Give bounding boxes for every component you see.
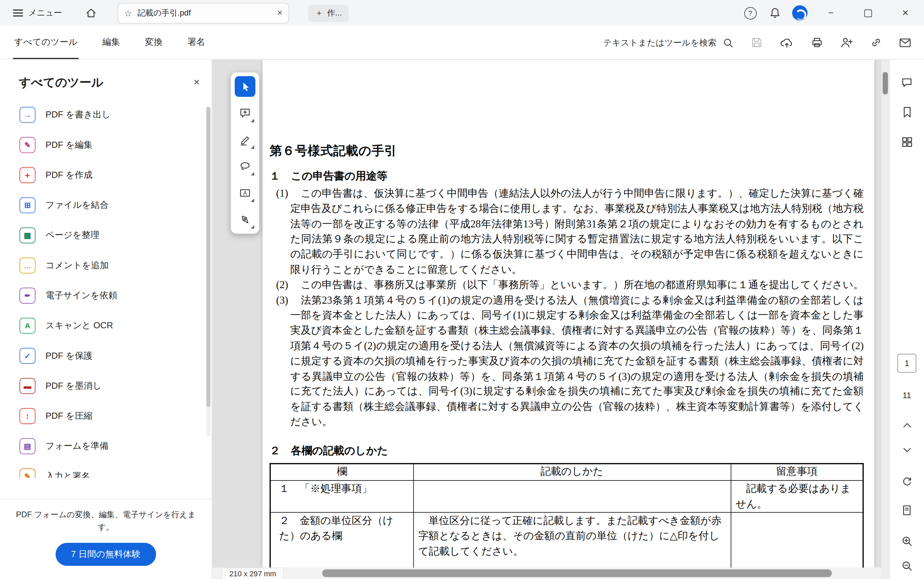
document-tab[interactable]: ☆ 記載の手引.pdf × (118, 3, 289, 23)
account-avatar-button[interactable] (788, 0, 812, 26)
tab-all-tools[interactable]: すべてのツール (13, 26, 79, 59)
add-comment-tool-button[interactable] (235, 103, 255, 123)
new-tab-button[interactable]: ＋ 作... (308, 4, 349, 21)
prepare-form-icon: ▤ (20, 438, 36, 454)
lasso-tool-button[interactable] (235, 156, 255, 177)
dropdown-caret-icon (251, 119, 254, 123)
horizontal-scrollbar-thumb[interactable] (322, 569, 832, 577)
tool-label: 電子サインを依頼 (46, 290, 118, 301)
panel-title: すべてのツール (19, 75, 103, 90)
svg-text:A: A (243, 190, 247, 196)
tool-item-organize-pages[interactable]: ▦ ページを整理 (0, 220, 212, 250)
tool-item-export-pdf[interactable]: → PDF を書き出し (0, 100, 212, 130)
titlebar: メニュー ☆ 記載の手引.pdf × ＋ 作... ? (0, 0, 924, 26)
paragraph-number: (3) (269, 293, 290, 430)
tab-edit[interactable]: 編集 (101, 26, 121, 59)
new-tab-label: 作... (327, 8, 342, 18)
help-button[interactable]: ? (738, 0, 763, 26)
print-button[interactable] (811, 37, 823, 49)
previous-page-button[interactable] (896, 415, 918, 436)
section2-heading: ２ 各欄の記載のしかた (269, 443, 863, 458)
tool-item-scan-ocr[interactable]: A スキャンと OCR (0, 311, 212, 341)
hamburger-icon (13, 10, 23, 17)
dropdown-caret-icon (251, 146, 254, 149)
tool-item-add-comment[interactable]: … コメントを追加 (0, 250, 212, 280)
favorite-star-icon[interactable]: ☆ (124, 8, 132, 17)
thumbnails-grid-icon (901, 136, 913, 147)
comments-panel-button[interactable] (896, 72, 918, 93)
add-text-tool-button[interactable]: A (235, 183, 255, 203)
tool-item-combine-files[interactable]: ⊞ ファイルを結合 (0, 190, 212, 220)
search-button[interactable]: テキストまたはツールを検索 (603, 37, 734, 48)
tool-label: PDF を墨消し (46, 380, 102, 391)
add-user-button[interactable] (840, 37, 853, 49)
tool-item-edit-pdf[interactable]: ✎ PDF を編集 (0, 130, 212, 160)
refresh-view-button[interactable] (896, 472, 918, 492)
table-header-how-to: 記載のしかた (414, 464, 731, 481)
paragraph-text: この申告書は、仮決算に基づく中間申告（連結法人以外の法人が行う中間申告に限ります… (290, 186, 863, 277)
tool-item-protect-pdf[interactable]: ✓ PDF を保護 (0, 341, 212, 371)
table-cell: ２ 金額の単位区分（けた）のある欄 (270, 512, 414, 571)
close-button[interactable]: × (887, 0, 924, 26)
bookmarks-panel-button[interactable] (896, 102, 918, 123)
tool-item-create-pdf[interactable]: ＋ PDF を作成 (0, 160, 212, 190)
titlebar-left: メニュー ☆ 記載の手引.pdf × ＋ 作... (0, 3, 349, 23)
scan-ocr-icon: A (20, 318, 36, 334)
speech-bubble-icon (901, 77, 913, 89)
tab-sign[interactable]: 署名 (186, 26, 207, 59)
horizontal-scrollbar-track[interactable] (320, 569, 880, 577)
maximize-button[interactable] (849, 0, 886, 26)
zoom-in-icon (901, 535, 913, 547)
home-button[interactable] (82, 4, 100, 22)
tool-item-prepare-form[interactable]: ▤ フォームを準備 (0, 431, 212, 461)
main-toolbar: すべてのツール 編集 変換 署名 テキストまたはツールを検索 (0, 26, 924, 60)
highlight-tool-button[interactable] (235, 129, 255, 150)
person-plus-icon (840, 37, 853, 49)
tool-item-request-esign[interactable]: ✒ 電子サインを依頼 (0, 280, 212, 311)
search-label: テキストまたはツールを検索 (603, 37, 717, 48)
tool-label: ページを整理 (46, 230, 99, 241)
close-icon: × (902, 7, 908, 20)
instructions-table: 欄 記載のしかた 留意事項 １ 「※処理事項」 記載する必要はありません。 ２ … (269, 463, 863, 571)
email-button[interactable] (899, 38, 911, 47)
next-page-button[interactable] (896, 440, 918, 460)
create-pdf-icon: ＋ (20, 167, 36, 183)
zoom-in-button[interactable] (896, 531, 918, 551)
save-button[interactable] (751, 37, 763, 49)
combine-files-icon: ⊞ (20, 197, 36, 213)
panel-header: すべてのツール × (0, 60, 212, 93)
panel-close-icon[interactable]: × (194, 76, 200, 89)
link-button[interactable] (870, 37, 882, 49)
fill-sign-tool-button[interactable] (235, 209, 255, 230)
cloud-upload-button[interactable] (780, 37, 794, 49)
panel-scrollbar-thumb[interactable] (206, 107, 210, 407)
vertical-scrollbar-track[interactable] (881, 60, 889, 579)
free-trial-button[interactable]: 7 日間の無料体験 (56, 543, 156, 566)
lasso-icon (239, 160, 251, 172)
edit-pdf-icon: ✎ (20, 137, 36, 153)
tool-label: PDF を編集 (46, 139, 92, 150)
select-tool-button[interactable] (235, 76, 255, 97)
zoom-out-button[interactable] (896, 556, 918, 576)
plus-icon: ＋ (315, 8, 323, 18)
menu-button[interactable]: メニュー (8, 4, 67, 22)
tool-item-compress-pdf[interactable]: ↕ PDF を圧縮 (0, 401, 212, 431)
tool-label: PDF を圧縮 (46, 411, 92, 422)
pdf-page: 第６号様式記載の手引 １ この申告書の用途等 (1) この申告書は、仮決算に基づ… (263, 60, 874, 568)
pdf-page-content: 第６号様式記載の手引 １ この申告書の用途等 (1) この申告書は、仮決算に基づ… (263, 60, 874, 571)
page-number-input[interactable] (897, 354, 916, 373)
tool-item-redact-pdf[interactable]: ▬ PDF を墨消し (0, 371, 212, 401)
printer-icon (811, 37, 823, 49)
tab-close-icon[interactable]: × (277, 8, 282, 18)
notifications-button[interactable] (763, 0, 788, 26)
actual-size-button[interactable] (896, 500, 918, 521)
tab-convert[interactable]: 変換 (144, 26, 164, 59)
page-thumbnails-button[interactable] (896, 132, 918, 152)
right-rail: 11 (889, 60, 924, 579)
vertical-scrollbar-thumb[interactable] (883, 72, 888, 95)
tool-item-fill-sign[interactable]: ✎ 入力と署名 (0, 461, 212, 478)
help-icon: ? (744, 7, 757, 19)
redact-pdf-icon: ▬ (20, 378, 36, 394)
table-header-column: 欄 (270, 464, 414, 481)
minimize-button[interactable]: − (812, 0, 849, 26)
